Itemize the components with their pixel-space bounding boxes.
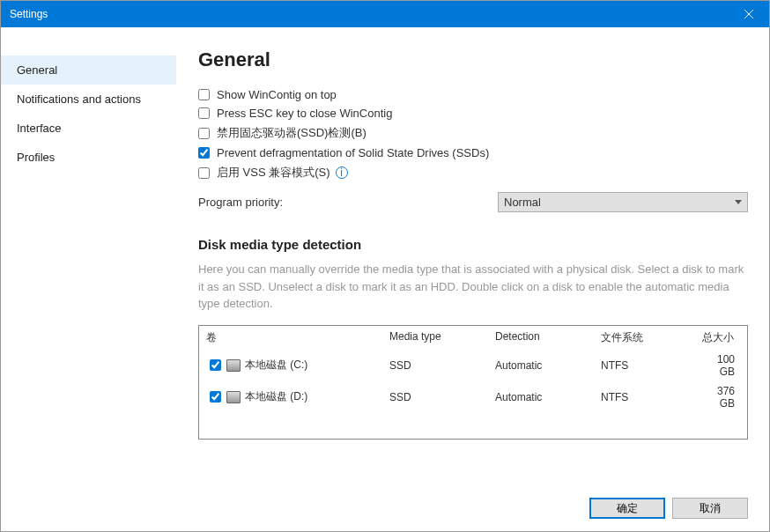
disk-name: 本地磁盘 (D:) bbox=[245, 389, 307, 404]
disk-description: Here you can manually override the media… bbox=[198, 261, 748, 313]
disk-media: SSD bbox=[382, 358, 488, 373]
disk-media: SSD bbox=[382, 389, 488, 405]
sidebar-item-interface[interactable]: Interface bbox=[1, 114, 176, 143]
option-label: Show WinContig on top bbox=[217, 88, 337, 101]
close-icon bbox=[744, 10, 753, 18]
col-header-filesystem[interactable]: 文件系统 bbox=[594, 326, 692, 350]
checkbox-disable-ssd-detect[interactable] bbox=[198, 128, 210, 139]
priority-select[interactable]: Normal bbox=[498, 192, 748, 212]
settings-window: Settings General Notifications and actio… bbox=[0, 0, 770, 532]
disk-table-header: 卷 Media type Detection 文件系统 总大小 bbox=[199, 326, 747, 350]
priority-value: Normal bbox=[504, 196, 541, 209]
content-scroll: General Show WinContig on top Press ESC … bbox=[198, 48, 748, 489]
disk-table-body: 本地磁盘 (C:) SSD Automatic NTFS 100 GB 本地 bbox=[199, 350, 747, 413]
col-header-size[interactable]: 总大小 bbox=[692, 326, 747, 350]
priority-row: Program priority: Normal bbox=[198, 192, 748, 212]
disk-size: 100 GB bbox=[692, 351, 747, 380]
disk-row-checkbox[interactable] bbox=[210, 391, 221, 403]
col-header-detection[interactable]: Detection bbox=[488, 326, 594, 350]
col-header-volume[interactable]: 卷 bbox=[199, 326, 382, 350]
titlebar: Settings bbox=[1, 1, 769, 27]
checkbox-esc-close[interactable] bbox=[198, 107, 210, 119]
content: General Show WinContig on top Press ESC … bbox=[177, 27, 769, 531]
option-label: Press ESC key to close WinContig bbox=[217, 107, 392, 120]
window-title: Settings bbox=[10, 8, 729, 20]
disk-filesystem: NTFS bbox=[594, 389, 692, 405]
checkbox-prevent-ssd-defrag[interactable] bbox=[198, 147, 210, 159]
footer: 确定 取消 bbox=[198, 489, 748, 519]
disk-icon bbox=[226, 391, 241, 403]
disk-filesystem: NTFS bbox=[594, 358, 692, 373]
section-heading: General bbox=[198, 48, 748, 71]
priority-label: Program priority: bbox=[198, 196, 498, 209]
chevron-down-icon bbox=[735, 200, 742, 204]
disk-table: 卷 Media type Detection 文件系统 总大小 本地磁盘 (C:… bbox=[198, 325, 748, 440]
disk-row[interactable]: 本地磁盘 (D:) SSD Automatic NTFS 376 GB bbox=[199, 381, 747, 413]
info-icon[interactable]: i bbox=[336, 166, 348, 179]
ok-button[interactable]: 确定 bbox=[589, 498, 665, 519]
body: General Notifications and actions Interf… bbox=[1, 27, 769, 531]
disk-icon bbox=[226, 359, 241, 372]
disk-name: 本地磁盘 (C:) bbox=[245, 358, 307, 373]
disk-heading: Disk media type detection bbox=[198, 237, 748, 252]
col-header-media[interactable]: Media type bbox=[382, 326, 488, 350]
option-disable-ssd-detect[interactable]: 禁用固态驱动器(SSD)检测(B) bbox=[198, 122, 748, 144]
checkbox-show-on-top[interactable] bbox=[198, 89, 210, 100]
option-label: 禁用固态驱动器(SSD)检测(B) bbox=[217, 125, 366, 141]
disk-row-checkbox[interactable] bbox=[210, 359, 221, 371]
option-show-on-top[interactable]: Show WinContig on top bbox=[198, 85, 748, 104]
sidebar: General Notifications and actions Interf… bbox=[1, 27, 177, 531]
option-vss-compat[interactable]: 启用 VSS 兼容模式(S) i bbox=[198, 162, 748, 183]
option-label: 启用 VSS 兼容模式(S) bbox=[217, 165, 330, 181]
sidebar-item-notifications[interactable]: Notifications and actions bbox=[1, 85, 176, 114]
disk-detection: Automatic bbox=[488, 389, 594, 405]
close-button[interactable] bbox=[729, 1, 769, 27]
disk-detection: Automatic bbox=[488, 358, 594, 373]
checkbox-vss-compat[interactable] bbox=[198, 167, 210, 179]
cancel-button[interactable]: 取消 bbox=[672, 498, 748, 519]
sidebar-item-profiles[interactable]: Profiles bbox=[1, 143, 176, 172]
sidebar-item-general[interactable]: General bbox=[1, 55, 176, 85]
disk-row[interactable]: 本地磁盘 (C:) SSD Automatic NTFS 100 GB bbox=[199, 350, 747, 381]
option-label: Prevent defragmentation of Solid State D… bbox=[217, 146, 489, 159]
option-prevent-ssd-defrag[interactable]: Prevent defragmentation of Solid State D… bbox=[198, 144, 748, 162]
disk-size: 376 GB bbox=[692, 383, 747, 411]
option-esc-close[interactable]: Press ESC key to close WinContig bbox=[198, 104, 748, 122]
